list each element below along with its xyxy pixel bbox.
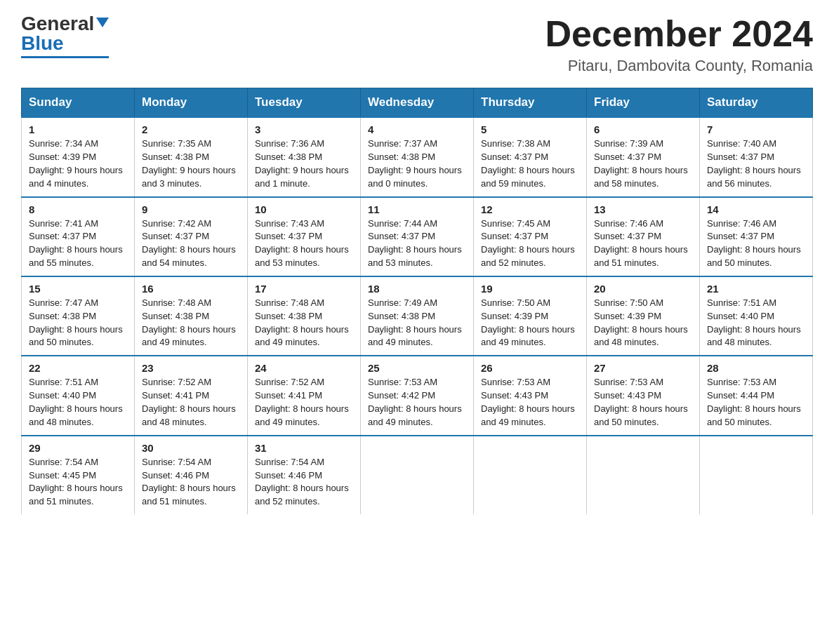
day-info: Sunrise: 7:50 AMSunset: 4:39 PMDaylight:…	[481, 297, 579, 349]
calendar-cell: 28Sunrise: 7:53 AMSunset: 4:44 PMDayligh…	[700, 356, 813, 435]
day-info: Sunrise: 7:50 AMSunset: 4:39 PMDaylight:…	[594, 297, 692, 349]
logo-blue-text: Blue	[21, 34, 64, 53]
day-info: Sunrise: 7:54 AMSunset: 4:45 PMDaylight:…	[29, 456, 127, 509]
day-info: Sunrise: 7:52 AMSunset: 4:41 PMDaylight:…	[255, 376, 353, 429]
calendar-cell: 5Sunrise: 7:38 AMSunset: 4:37 PMDaylight…	[474, 117, 587, 196]
header-row: Sunday Monday Tuesday Wednesday Thursday…	[22, 88, 813, 118]
day-info: Sunrise: 7:36 AMSunset: 4:38 PMDaylight:…	[255, 137, 353, 190]
header-friday: Friday	[587, 88, 700, 118]
calendar-cell: 12Sunrise: 7:45 AMSunset: 4:37 PMDayligh…	[474, 197, 587, 276]
calendar-cell: 2Sunrise: 7:35 AMSunset: 4:38 PMDaylight…	[135, 117, 248, 196]
day-info: Sunrise: 7:54 AMSunset: 4:46 PMDaylight:…	[142, 456, 240, 509]
header-tuesday: Tuesday	[248, 88, 361, 118]
calendar-cell: 18Sunrise: 7:49 AMSunset: 4:38 PMDayligh…	[361, 276, 474, 356]
calendar-cell: 26Sunrise: 7:53 AMSunset: 4:43 PMDayligh…	[474, 356, 587, 435]
header-sunday: Sunday	[22, 88, 135, 118]
logo-underline	[21, 56, 109, 58]
day-number: 14	[707, 203, 805, 215]
day-number: 2	[142, 123, 240, 135]
logo-general-text: General	[21, 14, 94, 34]
header-thursday: Thursday	[474, 88, 587, 118]
calendar-cell	[474, 436, 587, 514]
day-number: 30	[142, 442, 240, 454]
header-wednesday: Wednesday	[361, 88, 474, 118]
day-number: 10	[255, 203, 353, 215]
day-number: 21	[707, 283, 805, 295]
day-info: Sunrise: 7:53 AMSunset: 4:44 PMDaylight:…	[707, 376, 805, 429]
day-number: 3	[255, 123, 353, 135]
day-number: 1	[29, 123, 127, 135]
calendar-cell: 11Sunrise: 7:44 AMSunset: 4:37 PMDayligh…	[361, 197, 474, 276]
day-number: 5	[481, 123, 579, 135]
calendar-cell: 8Sunrise: 7:41 AMSunset: 4:37 PMDaylight…	[22, 197, 135, 276]
day-number: 28	[707, 362, 805, 374]
calendar-cell: 16Sunrise: 7:48 AMSunset: 4:38 PMDayligh…	[135, 276, 248, 356]
calendar-cell: 4Sunrise: 7:37 AMSunset: 4:38 PMDaylight…	[361, 117, 474, 196]
day-info: Sunrise: 7:54 AMSunset: 4:46 PMDaylight:…	[255, 456, 353, 509]
day-number: 18	[368, 283, 466, 295]
location-subtitle: Pitaru, Dambovita County, Romania	[545, 57, 813, 75]
day-info: Sunrise: 7:40 AMSunset: 4:37 PMDaylight:…	[707, 137, 805, 190]
day-info: Sunrise: 7:39 AMSunset: 4:37 PMDaylight:…	[594, 137, 692, 190]
logo: General Blue	[21, 14, 109, 58]
day-number: 16	[142, 283, 240, 295]
calendar-cell: 15Sunrise: 7:47 AMSunset: 4:38 PMDayligh…	[22, 276, 135, 356]
day-info: Sunrise: 7:43 AMSunset: 4:37 PMDaylight:…	[255, 217, 353, 270]
calendar-week-1: 1Sunrise: 7:34 AMSunset: 4:39 PMDaylight…	[22, 117, 813, 196]
title-area: December 2024 Pitaru, Dambovita County, …	[545, 14, 813, 75]
day-number: 19	[481, 283, 579, 295]
logo-triangle-icon	[96, 18, 109, 27]
calendar-header: Sunday Monday Tuesday Wednesday Thursday…	[22, 88, 813, 118]
calendar-week-4: 22Sunrise: 7:51 AMSunset: 4:40 PMDayligh…	[22, 356, 813, 435]
calendar-cell: 22Sunrise: 7:51 AMSunset: 4:40 PMDayligh…	[22, 356, 135, 435]
calendar-cell	[700, 436, 813, 514]
calendar-cell: 9Sunrise: 7:42 AMSunset: 4:37 PMDaylight…	[135, 197, 248, 276]
month-title: December 2024	[545, 14, 813, 54]
calendar-body: 1Sunrise: 7:34 AMSunset: 4:39 PMDaylight…	[22, 117, 813, 514]
day-info: Sunrise: 7:49 AMSunset: 4:38 PMDaylight:…	[368, 297, 466, 349]
calendar-cell: 19Sunrise: 7:50 AMSunset: 4:39 PMDayligh…	[474, 276, 587, 356]
day-info: Sunrise: 7:35 AMSunset: 4:38 PMDaylight:…	[142, 137, 240, 190]
day-info: Sunrise: 7:34 AMSunset: 4:39 PMDaylight:…	[29, 137, 127, 190]
day-number: 24	[255, 362, 353, 374]
header: General Blue December 2024 Pitaru, Dambo…	[21, 14, 813, 75]
day-info: Sunrise: 7:46 AMSunset: 4:37 PMDaylight:…	[594, 217, 692, 270]
day-info: Sunrise: 7:45 AMSunset: 4:37 PMDaylight:…	[481, 217, 579, 270]
calendar-cell: 24Sunrise: 7:52 AMSunset: 4:41 PMDayligh…	[248, 356, 361, 435]
day-info: Sunrise: 7:48 AMSunset: 4:38 PMDaylight:…	[142, 297, 240, 349]
header-monday: Monday	[135, 88, 248, 118]
calendar-cell: 17Sunrise: 7:48 AMSunset: 4:38 PMDayligh…	[248, 276, 361, 356]
day-info: Sunrise: 7:41 AMSunset: 4:37 PMDaylight:…	[29, 217, 127, 270]
calendar-cell: 25Sunrise: 7:53 AMSunset: 4:42 PMDayligh…	[361, 356, 474, 435]
calendar-cell: 21Sunrise: 7:51 AMSunset: 4:40 PMDayligh…	[700, 276, 813, 356]
day-number: 6	[594, 123, 692, 135]
day-number: 20	[594, 283, 692, 295]
day-info: Sunrise: 7:53 AMSunset: 4:43 PMDaylight:…	[594, 376, 692, 429]
calendar-cell: 13Sunrise: 7:46 AMSunset: 4:37 PMDayligh…	[587, 197, 700, 276]
day-number: 4	[368, 123, 466, 135]
day-number: 26	[481, 362, 579, 374]
calendar-cell: 6Sunrise: 7:39 AMSunset: 4:37 PMDaylight…	[587, 117, 700, 196]
calendar-cell	[361, 436, 474, 514]
calendar-week-5: 29Sunrise: 7:54 AMSunset: 4:45 PMDayligh…	[22, 436, 813, 514]
day-number: 12	[481, 203, 579, 215]
day-number: 9	[142, 203, 240, 215]
calendar-week-3: 15Sunrise: 7:47 AMSunset: 4:38 PMDayligh…	[22, 276, 813, 356]
calendar-cell: 20Sunrise: 7:50 AMSunset: 4:39 PMDayligh…	[587, 276, 700, 356]
day-number: 22	[29, 362, 127, 374]
calendar-cell: 27Sunrise: 7:53 AMSunset: 4:43 PMDayligh…	[587, 356, 700, 435]
day-info: Sunrise: 7:44 AMSunset: 4:37 PMDaylight:…	[368, 217, 466, 270]
day-number: 15	[29, 283, 127, 295]
day-number: 23	[142, 362, 240, 374]
day-info: Sunrise: 7:48 AMSunset: 4:38 PMDaylight:…	[255, 297, 353, 349]
calendar-cell	[587, 436, 700, 514]
calendar-cell: 7Sunrise: 7:40 AMSunset: 4:37 PMDaylight…	[700, 117, 813, 196]
calendar-table: Sunday Monday Tuesday Wednesday Thursday…	[21, 88, 813, 514]
day-number: 13	[594, 203, 692, 215]
day-number: 25	[368, 362, 466, 374]
header-saturday: Saturday	[700, 88, 813, 118]
day-info: Sunrise: 7:51 AMSunset: 4:40 PMDaylight:…	[707, 297, 805, 349]
calendar-cell: 14Sunrise: 7:46 AMSunset: 4:37 PMDayligh…	[700, 197, 813, 276]
day-number: 7	[707, 123, 805, 135]
day-number: 31	[255, 442, 353, 454]
